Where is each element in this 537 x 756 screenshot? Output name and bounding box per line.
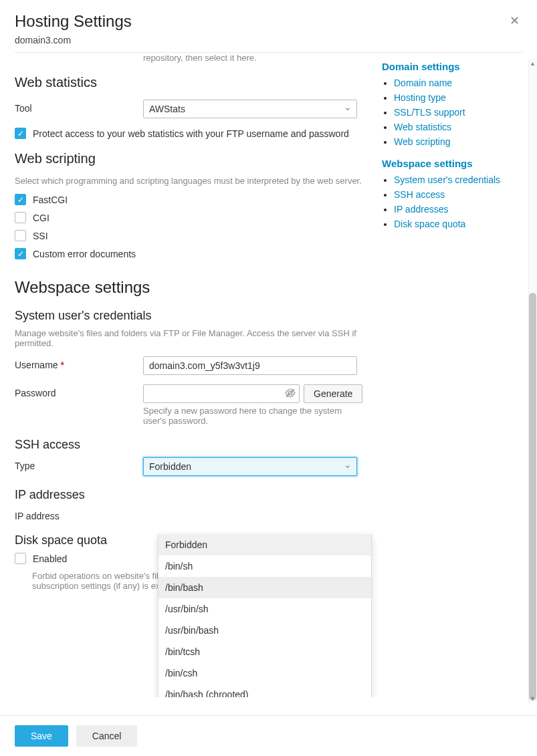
custom-error-label: Custom error documents [33,249,136,259]
nav-ip[interactable]: IP addresses [394,204,448,215]
disk-enabled-checkbox[interactable] [15,553,26,564]
nav-credentials[interactable]: System user's credentials [394,174,500,185]
scroll-down-icon[interactable]: ▼ [528,694,537,703]
password-label: Password [15,384,143,398]
help-fragment: repository, then select it here. [143,53,376,63]
nav-domain-heading: Domain settings [382,61,522,72]
ssh-option-chroot[interactable]: /bin/bash (chrooted) [158,684,371,697]
protect-stats-checkbox[interactable] [15,128,26,139]
eye-slash-icon[interactable] [285,388,296,400]
ssh-option-forbidden[interactable]: Forbidden [158,534,371,555]
nav-domain-name[interactable]: Domain name [394,78,452,88]
scroll-up-icon[interactable]: ▲ [528,59,537,68]
generate-button[interactable]: Generate [304,384,362,403]
nav-webspace-heading: Webspace settings [382,158,522,169]
web-scripting-heading: Web scripting [15,151,376,166]
username-input[interactable] [143,356,357,375]
webspace-settings-heading: Webspace settings [15,278,376,297]
ssh-type-dropdown: Forbidden /bin/sh /bin/bash /usr/bin/sh … [158,534,372,697]
ssh-option-usr-bash[interactable]: /usr/bin/bash [158,620,371,641]
ssh-heading: SSH access [15,438,376,452]
close-icon[interactable]: ✕ [507,12,522,29]
protect-stats-label: Protect access to your web statistics wi… [33,128,349,139]
scrollbar-thumb[interactable] [529,293,536,701]
disk-enabled-label: Enabled [33,553,67,564]
ip-heading: IP addresses [15,488,376,502]
ssh-option-usr-sh[interactable]: /usr/bin/sh [158,598,371,620]
fastcgi-label: FastCGI [33,195,68,205]
ssh-option-sh[interactable]: /bin/sh [158,555,371,577]
nav-web-scripting[interactable]: Web scripting [394,136,451,147]
ip-address-label: IP address [15,507,143,521]
web-scripting-desc: Select which programming and scripting l… [15,176,376,186]
cgi-label: CGI [33,213,49,223]
tool-select[interactable]: AWStats [143,100,357,118]
domain-subtitle: domain3.com [15,35,132,45]
credentials-desc: Manage website's files and folders via F… [15,328,376,348]
scrollbar-track[interactable]: ▲ ▼ [528,59,537,703]
save-button[interactable]: Save [15,725,68,747]
ssh-type-label: Type [15,457,143,471]
web-statistics-heading: Web statistics [15,75,376,90]
tool-label: Tool [15,100,143,114]
credentials-heading: System user's credentials [15,309,376,323]
custom-error-checkbox[interactable] [15,248,26,259]
ssi-checkbox[interactable] [15,230,26,241]
cancel-button[interactable]: Cancel [76,725,138,747]
nav-ssl-tls[interactable]: SSL/TLS support [394,107,465,118]
fastcgi-checkbox[interactable] [15,194,26,205]
ssh-option-csh[interactable]: /bin/csh [158,662,371,684]
username-label: Username * [15,356,143,370]
cgi-checkbox[interactable] [15,212,26,223]
password-hint: Specify a new password here to change th… [143,406,357,426]
ssi-label: SSI [33,231,48,241]
nav-disk[interactable]: Disk space quota [394,219,465,229]
ssh-option-tcsh[interactable]: /bin/tcsh [158,641,371,662]
nav-web-stats[interactable]: Web statistics [394,122,451,132]
nav-ssh[interactable]: SSH access [394,189,445,200]
ssh-option-bash[interactable]: /bin/bash [158,577,371,598]
password-input[interactable] [143,384,300,403]
page-title: Hosting Settings [15,12,132,31]
ssh-type-select[interactable]: Forbidden [143,457,357,476]
nav-hosting-type[interactable]: Hosting type [394,92,446,103]
